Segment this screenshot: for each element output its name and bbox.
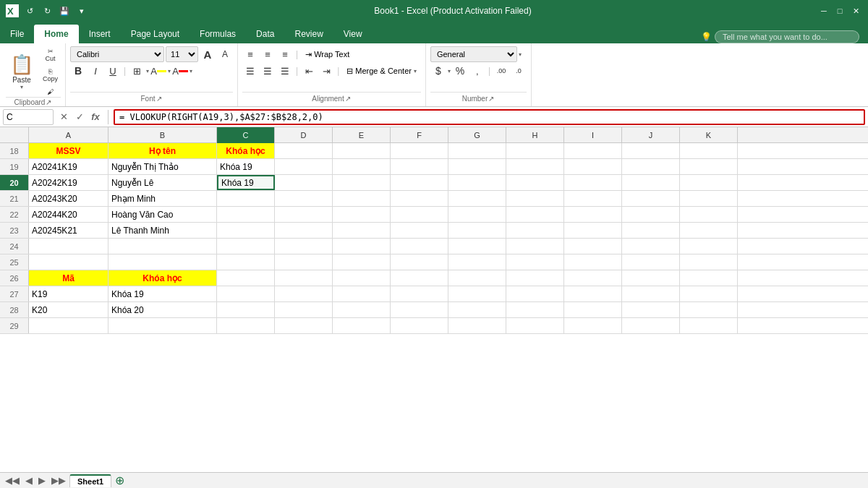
number-format-select[interactable]: General <box>430 46 517 62</box>
font-name-select[interactable]: Calibri <box>70 46 164 62</box>
cell-c22[interactable] <box>217 207 275 222</box>
tab-data[interactable]: Data <box>246 25 284 43</box>
align-top-button[interactable]: ≡ <box>242 46 258 62</box>
paste-dropdown-arrow[interactable]: ▾ <box>20 84 23 90</box>
cell-j19[interactable] <box>622 159 680 174</box>
decimal-down-button[interactable]: .0 <box>511 63 527 79</box>
cell-b22[interactable]: Hoàng Văn Cao <box>109 207 217 222</box>
align-center-button[interactable]: ☰ <box>260 63 276 79</box>
close-icon[interactable]: ✕ <box>849 4 862 17</box>
align-right-button[interactable]: ☰ <box>277 63 293 79</box>
cell-e18[interactable] <box>333 143 391 158</box>
sheet-nav-last[interactable]: ▶▶ <box>49 475 68 486</box>
italic-button[interactable]: I <box>88 63 103 79</box>
cancel-formula-button[interactable]: ✕ <box>56 110 71 124</box>
cell-a22[interactable]: A20244K20 <box>29 207 109 222</box>
cell-a24[interactable] <box>29 239 109 254</box>
cell-i24[interactable] <box>564 239 622 254</box>
merge-dropdown-arrow[interactable]: ▾ <box>414 68 417 74</box>
cell-b28[interactable]: Khóa 20 <box>109 302 217 317</box>
cell-k27[interactable] <box>680 286 738 301</box>
cell-k18[interactable] <box>680 143 738 158</box>
cell-j27[interactable] <box>622 286 680 301</box>
alignment-expand-icon[interactable]: ↗ <box>344 94 352 103</box>
cell-f27[interactable] <box>391 286 448 301</box>
cell-g24[interactable] <box>448 239 506 254</box>
cell-i20[interactable] <box>564 175 622 190</box>
cell-f29[interactable] <box>391 318 448 333</box>
cell-j25[interactable] <box>622 254 680 270</box>
cell-i25[interactable] <box>564 254 622 270</box>
confirm-formula-button[interactable]: ✓ <box>72 110 87 124</box>
cell-b20[interactable]: Nguyễn Lê <box>109 175 217 190</box>
cell-c28[interactable] <box>217 302 275 317</box>
cell-f18[interactable] <box>391 143 448 158</box>
cell-i27[interactable] <box>564 286 622 301</box>
maximize-icon[interactable]: □ <box>833 4 846 17</box>
redo-icon[interactable]: ↻ <box>41 4 54 17</box>
cell-d25[interactable] <box>275 254 333 270</box>
cell-j26[interactable] <box>622 270 680 286</box>
cell-g26[interactable] <box>448 270 506 286</box>
cell-b27[interactable]: Khóa 19 <box>109 286 217 301</box>
cell-d21[interactable] <box>275 191 333 206</box>
cell-g22[interactable] <box>448 207 506 222</box>
format-painter-button[interactable]: 🖌 <box>40 87 61 97</box>
col-header-e[interactable]: E <box>333 127 391 143</box>
align-middle-button[interactable]: ≡ <box>260 46 276 62</box>
cell-g21[interactable] <box>448 191 506 206</box>
number-format-dropdown[interactable]: ▾ <box>519 51 522 58</box>
cell-f20[interactable] <box>391 175 448 190</box>
cell-e26[interactable] <box>333 270 391 286</box>
fill-color-dropdown[interactable]: ▾ <box>168 68 171 74</box>
cell-c25[interactable] <box>217 254 275 270</box>
cell-k24[interactable] <box>680 239 738 254</box>
cell-k21[interactable] <box>680 191 738 206</box>
search-input[interactable] <box>715 30 859 43</box>
col-header-g[interactable]: G <box>448 127 506 143</box>
col-header-f[interactable]: F <box>391 127 448 143</box>
cell-a29[interactable] <box>29 318 109 333</box>
cell-f22[interactable] <box>391 207 448 222</box>
cell-d22[interactable] <box>275 207 333 222</box>
col-header-a[interactable]: A <box>29 127 109 143</box>
undo-icon[interactable]: ↺ <box>23 4 36 17</box>
cell-c24[interactable] <box>217 239 275 254</box>
cell-g28[interactable] <box>448 302 506 317</box>
cell-d27[interactable] <box>275 286 333 301</box>
cell-b23[interactable]: Lê Thanh Minh <box>109 223 217 238</box>
tab-insert[interactable]: Insert <box>79 25 121 43</box>
cell-f21[interactable] <box>391 191 448 206</box>
wrap-text-button[interactable]: ⇥ Wrap Text <box>301 48 354 61</box>
cell-c27[interactable] <box>217 286 275 301</box>
fill-color-button[interactable]: A <box>150 63 166 79</box>
cell-c26[interactable] <box>217 270 275 286</box>
cell-c20[interactable]: Khóa 19 <box>217 175 275 190</box>
cell-i23[interactable] <box>564 223 622 238</box>
sheet-nav-next[interactable]: ▶ <box>36 475 48 486</box>
align-left-button[interactable]: ☰ <box>242 63 258 79</box>
cell-a27[interactable]: K19 <box>29 286 109 301</box>
formula-input[interactable] <box>114 109 865 125</box>
cut-button[interactable]: ✂ Cut <box>40 46 61 64</box>
cell-d28[interactable] <box>275 302 333 317</box>
save-icon[interactable]: 💾 <box>58 4 71 17</box>
cell-b25[interactable] <box>109 254 217 270</box>
cell-j18[interactable] <box>622 143 680 158</box>
tab-formulas[interactable]: Formulas <box>190 25 246 43</box>
cell-e21[interactable] <box>333 191 391 206</box>
cell-c19[interactable]: Khóa 19 <box>217 159 275 174</box>
cell-a18[interactable]: MSSV <box>29 143 109 158</box>
col-header-k[interactable]: K <box>680 127 738 143</box>
cell-e23[interactable] <box>333 223 391 238</box>
tab-view[interactable]: View <box>333 25 373 43</box>
cell-h20[interactable] <box>506 175 564 190</box>
cell-h29[interactable] <box>506 318 564 333</box>
cell-k19[interactable] <box>680 159 738 174</box>
cell-d26[interactable] <box>275 270 333 286</box>
cell-g20[interactable] <box>448 175 506 190</box>
cell-e25[interactable] <box>333 254 391 270</box>
col-header-i[interactable]: I <box>564 127 622 143</box>
cell-j24[interactable] <box>622 239 680 254</box>
cell-k26[interactable] <box>680 270 738 286</box>
